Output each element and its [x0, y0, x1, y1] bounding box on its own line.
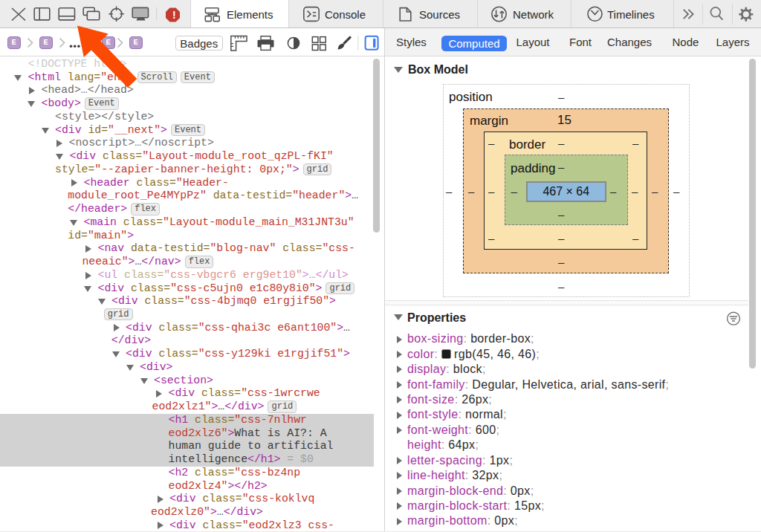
svg-text:!: !	[172, 9, 176, 21]
